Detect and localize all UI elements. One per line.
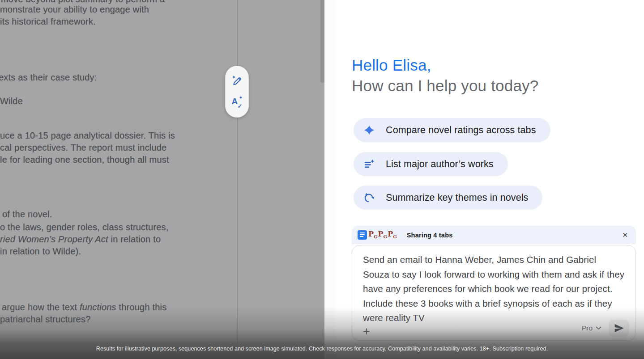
legal-disclaimer: Results for illustrative purposes, seque… <box>0 346 644 352</box>
scrollbar-thumb[interactable] <box>320 0 324 83</box>
help-me-write-button[interactable] <box>230 74 244 88</box>
sharing-tabs-bar: PG PG PG Sharing 4 tabs ✕ <box>352 226 636 244</box>
gutenberg-favicon: PG <box>368 231 378 239</box>
proofread-icon: A ✦ ✓ <box>231 97 243 108</box>
italic-text: functions <box>80 302 116 312</box>
suggestion-chip-list-works[interactable]: List major author’s works <box>354 152 508 176</box>
sparkle-icon <box>363 124 375 136</box>
dimmed-document-background: move beyond plot summary to perform a mo… <box>0 0 326 359</box>
document-text-line: uce a 10-15 page analytical dossier. Thi… <box>0 131 175 141</box>
prompt-input[interactable]: Send an email to Hanna Weber, James Chin… <box>363 253 625 325</box>
tab-favicons: PG PG PG <box>368 231 397 239</box>
prompt-composer: Send an email to Hanna Weber, James Chin… <box>352 245 636 341</box>
greeting-name: Hello Elisa, <box>352 56 431 74</box>
proofread-button[interactable]: A ✦ ✓ <box>230 96 244 109</box>
panel-left-edge <box>324 0 335 359</box>
gutenberg-favicon: PG <box>388 231 397 239</box>
document-page-edge <box>237 0 238 359</box>
suggestion-chip-summarize-themes[interactable]: Summarize key themes in novels <box>354 186 542 210</box>
chip-label: Compare novel ratings across tabs <box>386 125 536 136</box>
pencil-sparkle-icon <box>231 75 243 87</box>
document-text-line: exts as their case study: <box>0 72 97 83</box>
letter-a-glyph: A <box>232 97 238 106</box>
close-icon[interactable]: ✕ <box>622 232 628 238</box>
regular-text: through this <box>116 302 167 312</box>
document-text-line: le for leading one section, though all m… <box>0 155 169 165</box>
greeting-question: How can I help you today? <box>352 77 538 95</box>
document-text-line: ried Women’s Property Act in relation to <box>0 234 161 245</box>
document-text-line: Wilde <box>0 96 23 106</box>
gutenberg-favicon: PG <box>378 231 388 239</box>
model-picker-dropdown[interactable]: Pro <box>582 324 601 332</box>
loop-sparkle-icon <box>363 192 375 203</box>
document-text-line: patriarchal structures? <box>0 314 90 325</box>
sparkle-glyph: ✦ <box>239 95 243 100</box>
document-text-line: o the laws, gender roles, class structur… <box>0 222 169 232</box>
italic-text: ried Women’s Property Act <box>0 234 108 244</box>
check-glyph: ✓ <box>238 103 243 109</box>
regular-text: argue how the text <box>2 302 80 312</box>
document-text-line: of the novel. <box>2 209 52 220</box>
suggestion-chip-compare-ratings[interactable]: Compare novel ratings across tabs <box>354 118 550 142</box>
assistant-panel: Hello Elisa, How can I help you today? C… <box>324 0 644 359</box>
document-text-line: argue how the text functions through thi… <box>2 302 166 313</box>
send-icon <box>613 322 625 334</box>
chip-label: List major author’s works <box>386 159 494 170</box>
model-label: Pro <box>582 324 593 332</box>
document-text-line: in relation to Wilde). <box>0 246 81 257</box>
document-text-line: move beyond plot summary to perform a <box>1 0 165 4</box>
google-docs-favicon <box>358 230 367 240</box>
list-sparkle-icon <box>363 158 375 170</box>
chevron-down-icon <box>596 326 601 330</box>
add-attachment-button[interactable]: + <box>363 325 370 338</box>
document-text-line: its historical framework. <box>0 17 96 27</box>
send-button[interactable] <box>609 320 629 337</box>
regular-text: in relation to <box>108 234 161 244</box>
document-text-line: cal perspectives. The report must includ… <box>0 143 166 153</box>
floating-edit-toolbar: A ✦ ✓ <box>225 66 249 118</box>
document-text-line: monstrate your ability to engage with <box>0 4 149 15</box>
chip-label: Summarize key themes in novels <box>386 192 528 203</box>
sharing-tabs-label: Sharing 4 tabs <box>407 232 453 239</box>
